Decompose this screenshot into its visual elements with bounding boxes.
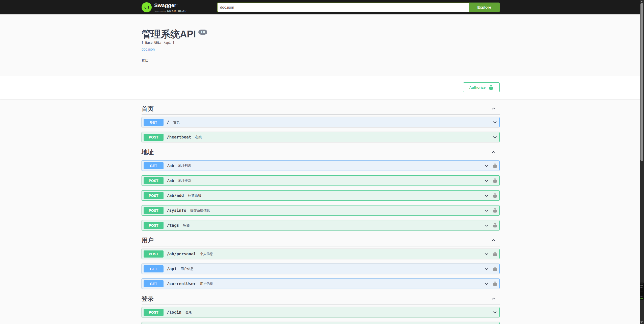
chevron-down-icon[interactable] xyxy=(484,163,489,168)
chevron-down-icon[interactable] xyxy=(484,281,489,286)
api-section: 登录 POST /login 登录 POST /token-valid 登录验证 xyxy=(142,295,500,324)
operation-path: /tags xyxy=(167,223,179,228)
operation-row[interactable]: GET /currentUser 用户信息 xyxy=(142,279,500,289)
section-title: 登录 xyxy=(142,295,154,303)
method-badge: POST xyxy=(144,222,164,229)
operation-summary: 个人信息 xyxy=(200,252,213,256)
chevron-down-icon[interactable] xyxy=(484,251,489,257)
section-header[interactable]: 登录 xyxy=(142,295,500,305)
operation-path: /ab xyxy=(167,178,174,183)
method-badge: GET xyxy=(144,280,164,287)
operation-path: /heartbeat xyxy=(167,135,191,140)
operation-summary: 心跳 xyxy=(195,135,202,140)
swagger-logo-icon: {…} xyxy=(142,2,152,12)
api-section: 地址 GET /ab 地址列表 POST /ab 地址更新 POST /ab xyxy=(142,148,500,231)
collapse-section-button[interactable] xyxy=(491,238,500,243)
unlock-icon[interactable] xyxy=(493,163,497,168)
operation-summary: 标签 xyxy=(183,223,190,228)
trademark-mark: ™ xyxy=(176,4,178,5)
unlock-icon[interactable] xyxy=(493,251,497,256)
collapse-section-button[interactable] xyxy=(491,150,500,155)
authorize-button[interactable]: Authorize xyxy=(463,82,500,92)
operation-row[interactable]: POST /token-valid 登录验证 xyxy=(142,322,500,324)
section-header[interactable]: 用户 xyxy=(142,236,500,246)
operation-summary: 提交系统信息 xyxy=(190,208,210,213)
chevron-up-icon xyxy=(491,106,496,111)
unlock-icon xyxy=(489,85,494,90)
operation-row[interactable]: GET /ab 地址列表 xyxy=(142,160,500,171)
method-badge: POST xyxy=(144,192,164,199)
section-title: 首页 xyxy=(142,105,154,112)
scheme-container: Authorize xyxy=(0,76,644,99)
method-badge: POST xyxy=(144,309,164,316)
api-info-block: 管理系统API 1.0 [ Base URL: /api ] doc.json … xyxy=(142,29,500,63)
page-title: 管理系统API xyxy=(142,29,196,39)
operation-row[interactable]: POST /tags 标签 xyxy=(142,220,500,230)
chevron-down-icon[interactable] xyxy=(484,193,489,198)
chevron-up-icon xyxy=(491,296,496,301)
unlock-icon[interactable] xyxy=(493,193,497,198)
method-badge: POST xyxy=(144,207,164,214)
chevron-down-icon[interactable] xyxy=(484,208,489,213)
operation-row[interactable]: POST /ab/personal 个人信息 xyxy=(142,249,500,259)
operation-path: /api xyxy=(167,266,177,271)
scrollbar[interactable] xyxy=(640,0,644,324)
unlock-icon[interactable] xyxy=(493,208,497,213)
scrollbar-minimap xyxy=(640,283,644,300)
operation-summary: 首页 xyxy=(173,120,180,125)
unlock-icon[interactable] xyxy=(493,266,497,271)
chevron-down-icon[interactable] xyxy=(484,178,489,183)
chevron-down-icon[interactable] xyxy=(492,120,497,125)
operation-row[interactable]: GET /api 用户信息 xyxy=(142,264,500,274)
base-url-label: [ Base URL: /api ] xyxy=(142,41,500,44)
operation-row[interactable]: POST /heartbeat 心跳 xyxy=(142,132,500,142)
method-badge: GET xyxy=(144,119,164,126)
method-badge: GET xyxy=(144,162,164,169)
operation-summary: 标签添加 xyxy=(188,193,201,198)
operation-summary: 地址列表 xyxy=(178,164,191,168)
operation-row[interactable]: POST /sysinfo 提交系统信息 xyxy=(142,205,500,216)
operation-row[interactable]: POST /ab 地址更新 xyxy=(142,175,500,186)
chevron-up-icon xyxy=(491,150,496,155)
swagger-logo-text: Swagger™ xyxy=(154,2,187,8)
operation-path: /ab xyxy=(167,163,174,168)
spec-url-input[interactable] xyxy=(217,3,469,12)
api-description: 接口 xyxy=(142,58,500,63)
section-title: 地址 xyxy=(142,148,154,156)
chevron-up-icon xyxy=(491,238,496,243)
chevron-down-icon[interactable] xyxy=(484,266,489,271)
scrollbar-up-arrow[interactable] xyxy=(640,1,643,2)
api-section: 首页 GET / 首页 POST /heartbeat 心跳 xyxy=(142,105,500,143)
collapse-section-button[interactable] xyxy=(491,106,500,111)
operation-row[interactable]: POST /login 登录 xyxy=(142,307,500,317)
scrollbar-thumb[interactable] xyxy=(640,3,643,161)
operation-summary: 用户信息 xyxy=(200,282,213,286)
operation-path: /ab/personal xyxy=(167,251,196,256)
method-badge: POST xyxy=(144,134,164,141)
section-title: 用户 xyxy=(142,236,154,244)
operation-path: / xyxy=(167,120,169,125)
topbar: {…} Swagger™ Supported bySMARTBEAR Explo… xyxy=(0,0,644,14)
explore-button[interactable]: Explore xyxy=(469,3,500,12)
unlock-icon[interactable] xyxy=(493,178,497,183)
collapse-section-button[interactable] xyxy=(491,296,500,301)
unlock-icon[interactable] xyxy=(493,281,497,286)
operation-row[interactable]: POST /ab/add 标签添加 xyxy=(142,190,500,201)
unlock-icon[interactable] xyxy=(493,223,497,228)
chevron-down-icon[interactable] xyxy=(492,310,497,315)
operation-summary: 用户信息 xyxy=(181,267,194,271)
operation-path: /ab/add xyxy=(167,193,184,198)
section-header[interactable]: 地址 xyxy=(142,148,500,158)
authorize-button-label: Authorize xyxy=(469,85,486,89)
section-header[interactable]: 首页 xyxy=(142,105,500,115)
chevron-down-icon[interactable] xyxy=(492,135,497,140)
spec-doc-link[interactable]: doc.json xyxy=(142,47,155,51)
chevron-down-icon[interactable] xyxy=(484,223,489,228)
operation-row[interactable]: GET / 首页 xyxy=(142,117,500,127)
swagger-logo[interactable]: {…} Swagger™ Supported bySMARTBEAR xyxy=(142,2,187,13)
api-section: 用户 POST /ab/personal 个人信息 GET /api 用户信息 … xyxy=(142,236,500,289)
scrollbar-down-arrow[interactable] xyxy=(640,321,643,323)
operation-path: /login xyxy=(167,310,181,315)
operation-summary: 登录 xyxy=(185,310,192,315)
operations-list: 首页 GET / 首页 POST /heartbeat 心跳 地址 xyxy=(142,105,500,324)
